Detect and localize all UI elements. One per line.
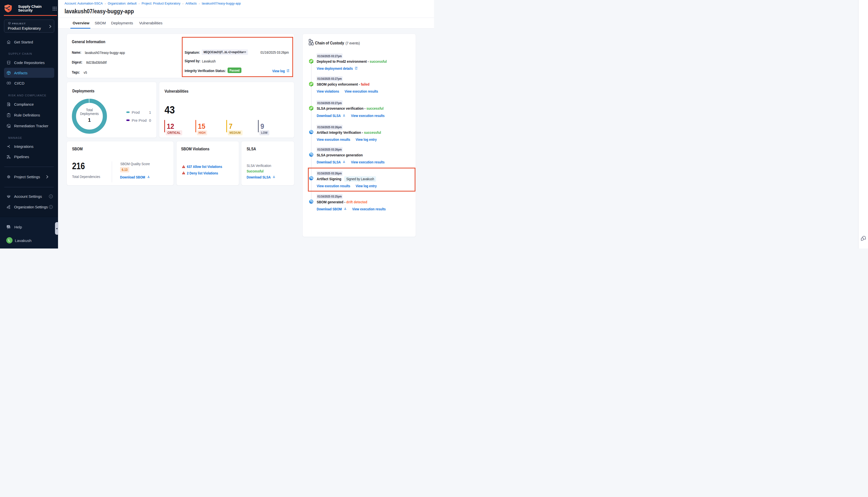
- svg-text:?: ?: [8, 225, 9, 227]
